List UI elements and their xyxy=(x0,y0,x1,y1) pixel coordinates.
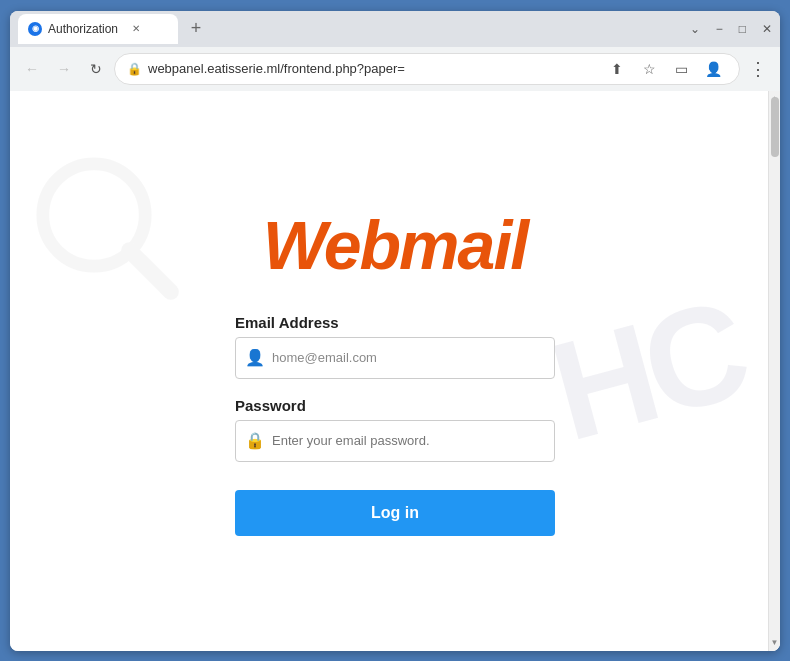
login-form: Webmail Email Address 👤 Password 🔒 Log i… xyxy=(10,186,780,556)
password-input-wrapper: 🔒 xyxy=(235,420,555,462)
email-form-group: Email Address 👤 xyxy=(235,314,555,379)
password-input[interactable] xyxy=(235,420,555,462)
page-content: HC Webmail Email Address 👤 Password 🔒 xyxy=(10,91,780,651)
lock-icon: 🔒 xyxy=(127,62,142,76)
webmail-logo: Webmail xyxy=(263,206,527,284)
email-label: Email Address xyxy=(235,314,555,331)
url-actions: ⬆ ☆ ▭ 👤 xyxy=(603,55,727,83)
chevron-down-icon[interactable]: ⌄ xyxy=(690,22,700,36)
browser-menu-button[interactable]: ⋮ xyxy=(744,55,772,83)
minimize-button[interactable]: − xyxy=(716,22,723,36)
url-bar[interactable]: 🔒 webpanel.eatisserie.ml/frontend.php?pa… xyxy=(114,53,740,85)
browser-window: ◉ Authorization ✕ + ⌄ − □ ✕ ← → ↻ 🔒 webp… xyxy=(10,11,780,651)
password-label: Password xyxy=(235,397,555,414)
title-bar: ◉ Authorization ✕ + ⌄ − □ ✕ xyxy=(10,11,780,47)
desktop-icon[interactable]: ▭ xyxy=(667,55,695,83)
login-button[interactable]: Log in xyxy=(235,490,555,536)
user-icon: 👤 xyxy=(245,348,265,367)
url-text: webpanel.eatisserie.ml/frontend.php?pape… xyxy=(148,61,597,76)
refresh-button[interactable]: ↻ xyxy=(82,55,110,83)
tab-favicon: ◉ xyxy=(28,22,42,36)
forward-button[interactable]: → xyxy=(50,55,78,83)
email-input-wrapper: 👤 xyxy=(235,337,555,379)
password-form-group: Password 🔒 xyxy=(235,397,555,462)
tab-close-button[interactable]: ✕ xyxy=(128,21,144,37)
maximize-button[interactable]: □ xyxy=(739,22,746,36)
tab-title: Authorization xyxy=(48,22,118,36)
address-bar: ← → ↻ 🔒 webpanel.eatisserie.ml/frontend.… xyxy=(10,47,780,91)
lock-field-icon: 🔒 xyxy=(245,431,265,450)
share-icon[interactable]: ⬆ xyxy=(603,55,631,83)
scrollbar-thumb[interactable] xyxy=(771,97,779,157)
bookmark-icon[interactable]: ☆ xyxy=(635,55,663,83)
window-controls: ⌄ − □ ✕ xyxy=(690,22,772,36)
back-button[interactable]: ← xyxy=(18,55,46,83)
scrollbar-down-arrow[interactable]: ▼ xyxy=(769,635,780,651)
profile-icon[interactable]: 👤 xyxy=(699,55,727,83)
new-tab-button[interactable]: + xyxy=(182,15,210,43)
browser-tab[interactable]: ◉ Authorization ✕ xyxy=(18,14,178,44)
close-button[interactable]: ✕ xyxy=(762,22,772,36)
email-input[interactable] xyxy=(235,337,555,379)
